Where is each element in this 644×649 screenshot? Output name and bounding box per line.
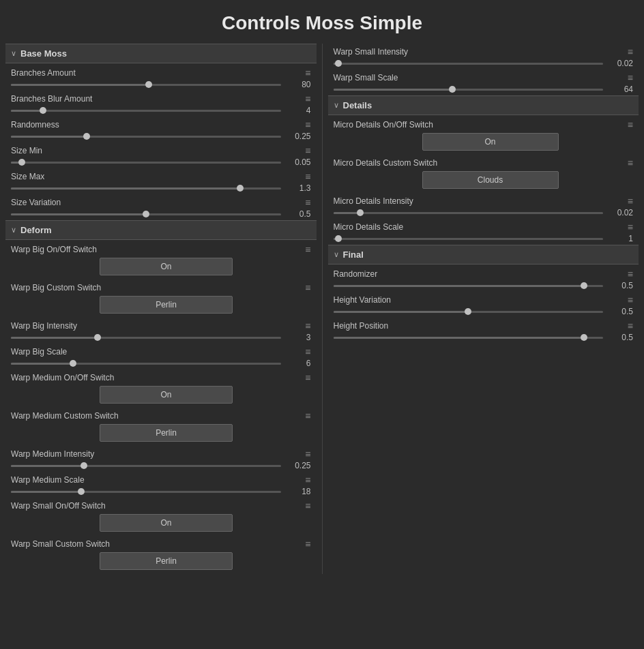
warp-medium-custom-button[interactable]: Perlin — [100, 424, 233, 442]
chevron-base-moss: ∨ — [11, 49, 16, 58]
value-micro-details-scale: 1 — [609, 234, 633, 243]
menu-warp-medium-onoff[interactable]: ≡ — [305, 372, 310, 383]
label-micro-details-scale: Micro Details Scale — [334, 222, 404, 232]
menu-warp-big-onoff[interactable]: ≡ — [305, 244, 310, 255]
menu-size-variation[interactable]: ≡ — [305, 197, 310, 208]
section-details[interactable]: ∨ Details — [328, 95, 639, 115]
control-warp-big-onoff: Warp Big On/Off Switch ≡ On — [5, 241, 317, 280]
warp-small-onoff-button[interactable]: On — [100, 514, 233, 532]
control-branches-blur: Branches Blur Amount ≡ 4 — [5, 91, 317, 117]
label-randomizer: Randomizer — [334, 269, 378, 279]
label-warp-small-onoff: Warp Small On/Off Switch — [11, 501, 106, 511]
value-branches-blur: 4 — [287, 106, 311, 115]
control-warp-big-intensity: Warp Big Intensity ≡ 3 — [5, 318, 317, 344]
chevron-deform: ∨ — [11, 226, 16, 235]
menu-warp-small-onoff[interactable]: ≡ — [305, 500, 310, 511]
menu-size-min[interactable]: ≡ — [305, 145, 310, 156]
menu-warp-small-custom[interactable]: ≡ — [305, 539, 310, 549]
value-size-min: 0.05 — [287, 157, 311, 167]
left-column: ∨ Base Moss Branches Amount ≡ 80 — [0, 44, 323, 574]
label-micro-details-intensity: Micro Details Intensity — [334, 196, 413, 206]
menu-size-max[interactable]: ≡ — [305, 171, 310, 182]
section-title-details: Details — [343, 100, 372, 110]
menu-height-variation[interactable]: ≡ — [628, 295, 633, 305]
menu-warp-medium-intensity[interactable]: ≡ — [305, 449, 310, 459]
menu-warp-medium-scale[interactable]: ≡ — [305, 474, 310, 485]
micro-details-custom-button[interactable]: Clouds — [422, 171, 559, 189]
control-warp-small-custom: Warp Small Custom Switch ≡ Perlin — [5, 536, 317, 574]
menu-height-position[interactable]: ≡ — [628, 320, 633, 331]
menu-warp-big-custom[interactable]: ≡ — [305, 282, 310, 293]
label-warp-medium-onoff: Warp Medium On/Off Switch — [11, 373, 114, 382]
label-warp-medium-intensity: Warp Medium Intensity — [11, 449, 94, 459]
control-height-variation: Height Variation ≡ 0.5 — [328, 292, 639, 318]
value-warp-medium-intensity: 0.25 — [287, 461, 311, 470]
control-micro-details-custom: Micro Details Custom Switch ≡ Clouds — [328, 155, 639, 193]
value-randomness: 0.25 — [287, 132, 311, 141]
label-size-max: Size Max — [11, 172, 44, 181]
label-warp-big-intensity: Warp Big Intensity — [11, 321, 77, 331]
value-height-position: 0.5 — [609, 333, 633, 342]
control-warp-small-onoff: Warp Small On/Off Switch ≡ On — [5, 498, 317, 536]
label-micro-details-onoff: Micro Details On/Off Switch — [334, 120, 433, 130]
control-height-position: Height Position ≡ 0.5 — [328, 318, 639, 344]
section-deform[interactable]: ∨ Deform — [5, 220, 317, 240]
control-warp-small-intensity: Warp Small Intensity ≡ 0.02 — [328, 44, 639, 70]
control-randomness: Randomness ≡ 0.25 — [5, 117, 317, 142]
control-size-variation: Size Variation ≡ 0.5 — [5, 194, 317, 220]
value-branches-amount: 80 — [287, 80, 311, 89]
warp-medium-onoff-button[interactable]: On — [100, 386, 233, 404]
value-micro-details-intensity: 0.02 — [609, 208, 633, 217]
value-warp-small-scale: 64 — [609, 85, 633, 94]
value-warp-small-intensity: 0.02 — [609, 59, 633, 68]
control-warp-small-scale: Warp Small Scale ≡ 64 — [328, 70, 639, 95]
label-warp-small-scale: Warp Small Scale — [334, 73, 398, 82]
label-micro-details-custom: Micro Details Custom Switch — [334, 158, 438, 168]
menu-randomizer[interactable]: ≡ — [628, 269, 633, 280]
menu-micro-details-intensity[interactable]: ≡ — [628, 196, 633, 207]
menu-warp-big-scale[interactable]: ≡ — [305, 346, 310, 357]
micro-details-onoff-button[interactable]: On — [422, 133, 559, 151]
menu-warp-small-scale[interactable]: ≡ — [628, 72, 633, 83]
control-branches-amount: Branches Amount ≡ 80 — [5, 65, 317, 91]
chevron-final: ∨ — [334, 250, 339, 259]
section-title-base-moss: Base Moss — [20, 48, 67, 59]
label-size-variation: Size Variation — [11, 198, 61, 207]
control-micro-details-onoff: Micro Details On/Off Switch ≡ On — [328, 117, 639, 155]
label-height-variation: Height Variation — [334, 295, 392, 305]
control-warp-medium-scale: Warp Medium Scale ≡ 18 — [5, 472, 317, 498]
label-height-position: Height Position — [334, 321, 389, 331]
warp-small-custom-button[interactable]: Perlin — [100, 552, 233, 570]
label-warp-big-custom: Warp Big Custom Switch — [11, 283, 101, 292]
section-title-final: Final — [343, 250, 364, 260]
menu-warp-medium-custom[interactable]: ≡ — [305, 410, 310, 421]
menu-branches-blur[interactable]: ≡ — [305, 93, 310, 104]
value-warp-big-intensity: 3 — [287, 333, 311, 342]
menu-micro-details-custom[interactable]: ≡ — [628, 157, 633, 168]
menu-warp-small-intensity[interactable]: ≡ — [628, 46, 633, 57]
control-warp-medium-onoff: Warp Medium On/Off Switch ≡ On — [5, 369, 317, 408]
value-size-variation: 0.5 — [287, 209, 311, 219]
warp-big-onoff-button[interactable]: On — [100, 258, 233, 275]
section-final[interactable]: ∨ Final — [328, 245, 639, 265]
menu-branches-amount[interactable]: ≡ — [305, 67, 310, 78]
warp-big-custom-button[interactable]: Perlin — [100, 296, 233, 314]
menu-micro-details-onoff[interactable]: ≡ — [628, 119, 633, 130]
menu-randomness[interactable]: ≡ — [305, 119, 310, 130]
label-randomness: Randomness — [11, 120, 59, 130]
value-randomizer: 0.5 — [609, 281, 633, 290]
label-warp-medium-custom: Warp Medium Custom Switch — [11, 411, 119, 421]
section-base-moss[interactable]: ∨ Base Moss — [5, 44, 317, 63]
control-randomizer: Randomizer ≡ 0.5 — [328, 266, 639, 292]
label-branches-amount: Branches Amount — [11, 68, 76, 78]
value-height-variation: 0.5 — [609, 307, 633, 316]
control-size-max: Size Max ≡ 1.3 — [5, 168, 317, 194]
label-warp-big-scale: Warp Big Scale — [11, 347, 67, 357]
label-warp-small-custom: Warp Small Custom Switch — [11, 539, 110, 549]
control-warp-big-custom: Warp Big Custom Switch ≡ Perlin — [5, 280, 317, 318]
menu-warp-big-intensity[interactable]: ≡ — [305, 320, 310, 331]
label-warp-big-onoff: Warp Big On/Off Switch — [11, 245, 97, 254]
control-warp-big-scale: Warp Big Scale ≡ 6 — [5, 344, 317, 369]
label-warp-small-intensity: Warp Small Intensity — [334, 47, 409, 57]
menu-micro-details-scale[interactable]: ≡ — [628, 222, 633, 232]
